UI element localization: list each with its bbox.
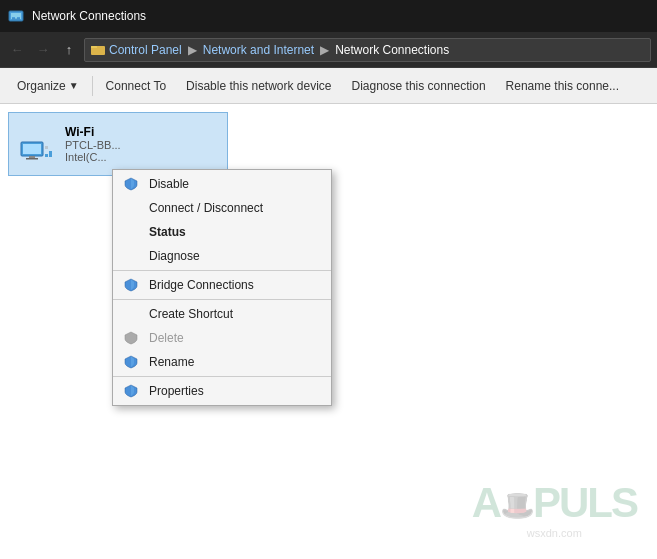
- path-network-internet[interactable]: Network and Internet: [203, 43, 314, 57]
- ctx-rename[interactable]: Rename: [113, 350, 331, 374]
- path-control-panel[interactable]: Control Panel: [109, 43, 182, 57]
- network-item-detail1: PTCL-BB...: [65, 139, 121, 151]
- wifi-icon: [17, 124, 57, 164]
- title-bar: Network Connections: [0, 0, 657, 32]
- svg-rect-8: [23, 144, 41, 154]
- toolbar: Organize ▼ Connect To Disable this netwo…: [0, 68, 657, 104]
- svg-rect-13: [45, 146, 48, 149]
- watermark: A🎩PULS wsxdn.com: [472, 479, 637, 539]
- svg-rect-3: [17, 17, 20, 19]
- svg-rect-9: [29, 156, 35, 158]
- shield-disable-icon: [123, 176, 139, 192]
- rename-connection-button[interactable]: Rename this conne...: [497, 72, 628, 100]
- path-network-connections[interactable]: Network Connections: [335, 43, 449, 57]
- address-bar: ← → ↑ Control Panel ▶ Network and Intern…: [0, 32, 657, 68]
- ctx-sep-3: [113, 376, 331, 377]
- path-sep-2: ▶: [320, 43, 329, 57]
- watermark-logo: A🎩PULS: [472, 479, 637, 527]
- shield-properties-icon: [123, 383, 139, 399]
- ctx-status[interactable]: Status: [113, 220, 331, 244]
- context-menu: Disable Connect / Disconnect Status Diag…: [112, 169, 332, 406]
- diagnose-connection-button[interactable]: Diagnose this connection: [343, 72, 495, 100]
- ctx-connect[interactable]: Connect / Disconnect: [113, 196, 331, 220]
- organize-button[interactable]: Organize ▼: [8, 72, 88, 100]
- ctx-bridge[interactable]: Bridge Connections: [113, 273, 331, 297]
- shield-rename-icon: [123, 354, 139, 370]
- watermark-site: wsxdn.com: [527, 527, 582, 539]
- network-item-name: Wi-Fi: [65, 125, 121, 139]
- ctx-create-shortcut[interactable]: Create Shortcut: [113, 302, 331, 326]
- ctx-delete[interactable]: Delete: [113, 326, 331, 350]
- shield-delete-icon: [123, 330, 139, 346]
- title-bar-icon: [8, 8, 24, 24]
- connect-to-button[interactable]: Connect To: [97, 72, 176, 100]
- ctx-sep-1: [113, 270, 331, 271]
- back-button[interactable]: ←: [6, 39, 28, 61]
- ctx-diagnose[interactable]: Diagnose: [113, 244, 331, 268]
- svg-rect-12: [49, 151, 52, 157]
- svg-rect-6: [91, 46, 97, 48]
- address-path: Control Panel ▶ Network and Internet ▶ N…: [84, 38, 651, 62]
- wifi-item[interactable]: Wi-Fi PTCL-BB... Intel(C...: [8, 112, 228, 176]
- up-button[interactable]: ↑: [58, 39, 80, 61]
- network-item-detail2: Intel(C...: [65, 151, 121, 163]
- shield-bridge-icon: [123, 277, 139, 293]
- ctx-disable[interactable]: Disable: [113, 172, 331, 196]
- main-area: Wi-Fi PTCL-BB... Intel(C... Disable Conn…: [0, 104, 657, 559]
- toolbar-separator-1: [92, 76, 93, 96]
- path-sep-1: ▶: [188, 43, 197, 57]
- ctx-properties[interactable]: Properties: [113, 379, 331, 403]
- file-list: Wi-Fi PTCL-BB... Intel(C... Disable Conn…: [0, 104, 657, 559]
- disable-network-button[interactable]: Disable this network device: [177, 72, 340, 100]
- svg-rect-2: [12, 17, 15, 19]
- svg-rect-10: [26, 158, 38, 160]
- ctx-sep-2: [113, 299, 331, 300]
- forward-button[interactable]: →: [32, 39, 54, 61]
- title-bar-text: Network Connections: [32, 9, 146, 23]
- network-item-info: Wi-Fi PTCL-BB... Intel(C...: [65, 125, 121, 163]
- path-icon: [91, 43, 105, 57]
- svg-rect-11: [45, 154, 48, 157]
